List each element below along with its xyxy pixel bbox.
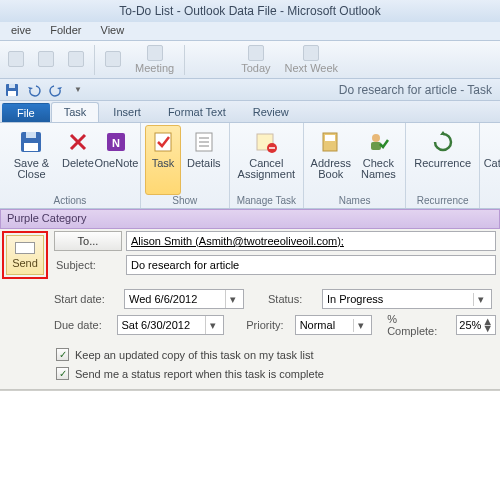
keepcopy-checkbox[interactable]: ✓ [56,348,69,361]
details-icon [190,128,218,156]
statusreport-label: Send me a status report when this task i… [75,368,324,380]
spin-down-icon[interactable]: ▼ [482,325,493,332]
chevron-down-icon[interactable]: ▾ [353,319,367,332]
nextweek-icon [303,45,319,61]
generic-icon[interactable] [8,51,24,67]
chevron-down-icon[interactable]: ▾ [473,293,487,306]
meeting-icon [147,45,163,61]
chevron-down-icon[interactable]: ▾ [225,290,239,308]
group-manage: Manage Task [234,195,299,208]
priority-label: Priority: [246,319,290,331]
delete-button[interactable]: Delete [61,125,95,195]
undo-icon[interactable] [24,81,44,99]
menu-receive[interactable]: eive [3,22,39,38]
message-body[interactable] [0,390,500,500]
delete-icon [64,128,92,156]
today-icon [248,45,264,61]
cancel-assignment-button[interactable]: Cancel Assignment [234,125,299,195]
menu-view[interactable]: View [93,22,133,38]
pctcomplete-label: % Complete: [387,313,443,337]
envelope-icon [15,242,35,254]
group-show: Show [145,195,225,208]
meeting-button[interactable]: Meeting [131,44,178,75]
generic-icon[interactable] [68,51,84,67]
priority-field[interactable]: Normal▾ [295,315,372,335]
subject-label: Subject: [54,259,122,271]
recurrence-icon [429,128,457,156]
svg-rect-8 [155,133,171,151]
quick-access-toolbar: ▼ Do research for article - Task [0,79,500,101]
onenote-button[interactable]: NOneNote [97,125,136,195]
group-names: Names [308,195,401,208]
startdate-field[interactable]: Wed 6/6/2012▾ [124,289,244,309]
tab-review[interactable]: Review [240,102,302,122]
category-bar[interactable]: Purple Category [0,209,500,229]
tab-insert[interactable]: Insert [100,102,154,122]
upper-ribbon: Meeting Today Next Week [0,41,500,79]
svg-rect-2 [9,84,15,88]
task-form: Send To... Alison Smith (Asmith@twotreeo… [0,229,500,390]
group-actions: Actions [4,195,136,208]
generic-icon[interactable] [105,51,121,67]
svg-point-18 [372,134,380,142]
chevron-down-icon[interactable]: ▾ [205,316,219,334]
tab-file[interactable]: File [2,103,50,122]
check-names-button[interactable]: Check Names [355,125,401,195]
send-highlight: Send [2,231,48,279]
categorize-icon [496,128,500,156]
statusreport-checkbox[interactable]: ✓ [56,367,69,380]
svg-rect-4 [24,143,38,151]
save-close-button[interactable]: Save & Close [4,125,59,195]
save-icon [17,128,45,156]
send-button[interactable]: Send [6,235,44,275]
onenote-icon: N [102,128,130,156]
status-label: Status: [268,293,318,305]
nextweek-button[interactable]: Next Week [281,44,343,75]
startdate-label: Start date: [52,293,120,305]
to-button[interactable]: To... [54,231,122,251]
window-subtitle: Do research for article - Task [339,83,500,97]
categorize-button[interactable]: Categorize [484,125,500,195]
address-book-icon [317,128,345,156]
keepcopy-label: Keep an updated copy of this task on my … [75,349,313,361]
subject-field[interactable]: Do research for article [126,255,496,275]
today-button[interactable]: Today [237,44,274,75]
ribbon: Save & Close Delete NOneNote Actions Tas… [0,123,500,209]
group-recurrence: Recurrence [410,195,475,208]
generic-icon[interactable] [38,51,54,67]
top-menu: eive Folder View [0,22,500,41]
tab-task[interactable]: Task [51,102,100,122]
task-button[interactable]: Task [145,125,181,195]
save-icon[interactable] [2,81,22,99]
details-button[interactable]: Details [183,125,225,195]
task-icon [149,128,177,156]
duedate-label: Due date: [52,319,113,331]
svg-rect-17 [325,135,335,141]
redo-icon[interactable] [46,81,66,99]
to-field[interactable]: Alison Smith (Asmith@twotreeoliveoil.com… [126,231,496,251]
pctcomplete-field[interactable]: 25%▲▼ [456,315,496,335]
duedate-field[interactable]: Sat 6/30/2012▾ [117,315,225,335]
tab-format-text[interactable]: Format Text [155,102,239,122]
group-tags: Tags [484,195,500,208]
svg-text:N: N [112,137,120,149]
check-names-icon [364,128,392,156]
menu-folder[interactable]: Folder [42,22,89,38]
cancel-icon [252,128,280,156]
qat-dropdown-icon[interactable]: ▼ [68,81,88,99]
svg-rect-19 [371,142,381,150]
ribbon-tabs: File Task Insert Format Text Review [0,101,500,123]
recurrence-button[interactable]: Recurrence [410,125,475,195]
svg-rect-1 [8,91,16,96]
window-title: To-Do List - Outlook Data File - Microso… [0,0,500,22]
svg-rect-5 [26,132,36,138]
status-field[interactable]: In Progress▾ [322,289,492,309]
address-book-button[interactable]: Address Book [308,125,353,195]
